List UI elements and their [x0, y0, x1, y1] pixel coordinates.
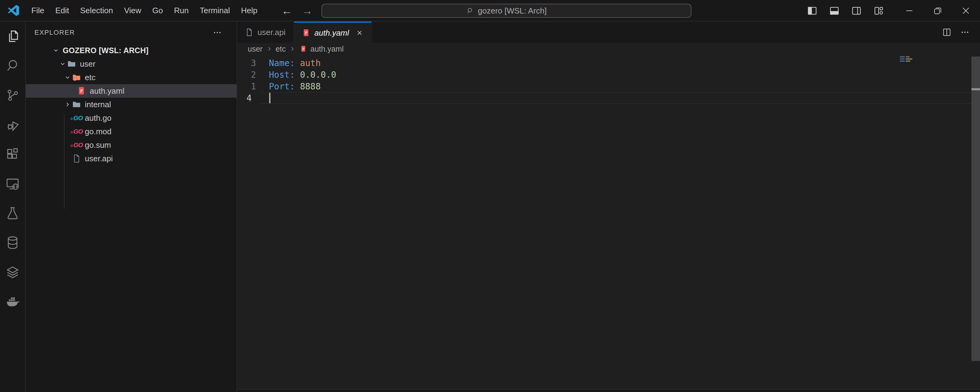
- command-center-search[interactable]: gozero [WSL: Arch]: [321, 4, 691, 18]
- tree-item-go-sum[interactable]: ≡GO go.sum: [26, 138, 237, 152]
- toggle-secondary-sidebar-icon[interactable]: [848, 0, 865, 22]
- yaml-value: 0.0.0.0: [295, 70, 336, 80]
- layout-controls: [803, 0, 887, 22]
- tree-item-label: go.mod: [85, 127, 111, 136]
- tree-item-label: user: [80, 59, 95, 69]
- chevron-right-icon: [266, 46, 272, 52]
- tree-item-user-api[interactable]: user.api: [26, 152, 237, 165]
- toggle-primary-sidebar-icon[interactable]: [803, 0, 821, 22]
- tree-item-label: auth.go: [85, 113, 111, 123]
- sidebar-title: EXPLORER: [34, 29, 75, 37]
- workspace-root-label: GOZERO [WSL: ARCH]: [63, 46, 148, 55]
- chevron-down-icon: [59, 60, 66, 68]
- chevron-right-icon: [64, 100, 71, 108]
- title-bar: File Edit Selection View Go Run Terminal…: [0, 0, 980, 22]
- menu-bar: File Edit Selection View Go Run Terminal…: [26, 0, 263, 21]
- tree-item-label: etc: [85, 73, 95, 83]
- tree-item-auth-go[interactable]: ≡GO auth.go: [26, 111, 237, 125]
- command-center-text: gozero [WSL: Arch]: [478, 6, 547, 16]
- vertical-scrollbar[interactable]: [971, 57, 980, 361]
- yaml-key: Name:: [269, 58, 295, 68]
- yaml-key: Port:: [269, 81, 295, 92]
- testing-beaker-icon[interactable]: [0, 198, 25, 228]
- tree-item-label: internal: [85, 100, 111, 110]
- explorer-sidebar: EXPLORER GOZERO [WSL: ARCH] user: [26, 22, 237, 392]
- activity-bar: [0, 22, 26, 392]
- database-icon[interactable]: [0, 228, 25, 257]
- yaml-file-icon: [300, 45, 307, 52]
- breadcrumb-item-user[interactable]: user: [248, 44, 263, 54]
- folder-config-icon: [71, 73, 82, 82]
- menu-go[interactable]: Go: [147, 0, 169, 21]
- go-file-icon: ≡GO: [71, 114, 82, 122]
- explorer-more-actions-icon[interactable]: [213, 28, 222, 37]
- tab-user-api[interactable]: user.api: [237, 22, 294, 43]
- chevron-down-icon: [64, 73, 71, 81]
- editor-tab-bar: user.api auth.yaml: [237, 22, 980, 43]
- toggle-panel-icon[interactable]: [826, 0, 843, 22]
- tab-label: user.api: [258, 28, 285, 37]
- menu-file[interactable]: File: [26, 0, 50, 21]
- tree-item-label: go.sum: [85, 140, 111, 150]
- breadcrumb-item-auth-yaml[interactable]: auth.yaml: [310, 44, 344, 54]
- customize-layout-icon[interactable]: [870, 0, 887, 22]
- chevron-down-icon: [52, 46, 60, 54]
- remote-explorer-icon[interactable]: [0, 169, 25, 198]
- search-sidebar-icon[interactable]: [0, 51, 25, 81]
- close-tab-icon[interactable]: [356, 29, 363, 37]
- generic-file-icon: [245, 28, 253, 37]
- file-tree: GOZERO [WSL: ARCH] user: [26, 44, 237, 165]
- breadcrumb-item-etc[interactable]: etc: [276, 44, 286, 54]
- current-line-highlight: [260, 92, 971, 104]
- minimap[interactable]: [900, 56, 912, 63]
- menu-help[interactable]: Help: [235, 0, 263, 21]
- titlebar-right-controls: [803, 0, 980, 22]
- yaml-file-icon: [302, 29, 310, 37]
- code-editor[interactable]: 3 Name: auth 2 Host: 0.0.0.0 1 Port: 888…: [237, 55, 980, 389]
- extensions-icon[interactable]: [0, 140, 25, 169]
- tree-item-internal[interactable]: internal: [26, 98, 237, 111]
- editor-group: user.api auth.yaml: [237, 22, 980, 392]
- more-actions-icon[interactable]: [960, 28, 970, 37]
- code-line: 2 Host: 0.0.0.0: [237, 69, 980, 81]
- menu-edit[interactable]: Edit: [50, 0, 75, 21]
- yaml-key: Host:: [269, 70, 295, 80]
- folder-closed-icon: [71, 100, 82, 109]
- tree-item-go-mod[interactable]: ≡GO go.mod: [26, 125, 237, 138]
- window-restore-button[interactable]: [923, 0, 952, 22]
- layers-icon[interactable]: [0, 257, 25, 287]
- go-forward-icon[interactable]: →: [302, 0, 313, 22]
- yaml-value: auth: [295, 58, 321, 68]
- source-control-icon[interactable]: [0, 81, 25, 110]
- yaml-value: 8888: [295, 81, 321, 92]
- code-line: 3 Name: auth: [237, 57, 980, 69]
- yaml-file-icon: [76, 86, 87, 95]
- menu-terminal[interactable]: Terminal: [194, 0, 235, 21]
- chevron-right-icon: [289, 46, 296, 52]
- docker-icon[interactable]: [0, 287, 25, 316]
- explorer-files-icon[interactable]: [0, 22, 25, 51]
- go-mod-file-icon: ≡GO: [71, 128, 82, 135]
- run-and-debug-icon[interactable]: [0, 110, 25, 140]
- tree-root-gozero[interactable]: GOZERO [WSL: ARCH]: [26, 44, 237, 57]
- go-back-icon[interactable]: ←: [282, 0, 293, 22]
- history-navigation: ← →: [282, 0, 313, 22]
- code-line-current: 4: [237, 92, 980, 104]
- menu-view[interactable]: View: [119, 0, 147, 21]
- tab-auth-yaml[interactable]: auth.yaml: [294, 22, 372, 43]
- window-minimize-button[interactable]: [895, 0, 923, 22]
- text-cursor: [269, 93, 270, 103]
- window-close-button[interactable]: [952, 0, 980, 22]
- split-editor-icon[interactable]: [942, 27, 952, 37]
- tree-item-user[interactable]: user: [26, 57, 237, 71]
- tree-item-label: auth.yaml: [90, 86, 124, 96]
- vscode-logo-icon: [7, 4, 20, 17]
- editor-bottom-edge: [237, 389, 980, 392]
- editor-actions: [942, 22, 980, 43]
- workbench: EXPLORER GOZERO [WSL: ARCH] user: [0, 22, 980, 392]
- tree-item-etc[interactable]: etc: [26, 71, 237, 84]
- menu-selection[interactable]: Selection: [75, 0, 119, 21]
- tree-item-auth-yaml[interactable]: auth.yaml: [26, 84, 237, 98]
- search-icon: [466, 7, 474, 15]
- menu-run[interactable]: Run: [169, 0, 194, 21]
